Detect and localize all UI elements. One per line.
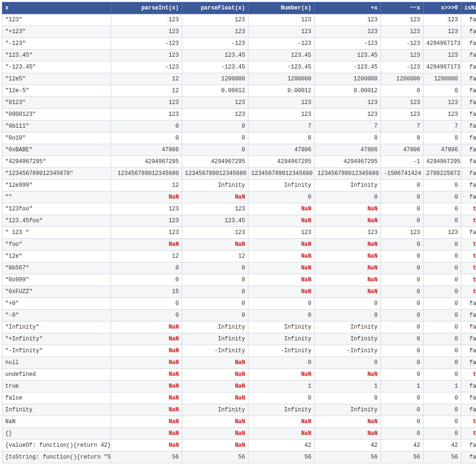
- cell-x: "+0": [2, 298, 111, 310]
- cell-x: "123": [2, 14, 111, 26]
- table-row: {toString: function(){return "56"}}56565…: [2, 452, 476, 463]
- cell-x: "-123": [2, 38, 111, 50]
- table-row: {valueOf: function(){return 42}}NaNNaN42…: [2, 440, 476, 452]
- cell-value: true: [461, 251, 476, 262]
- cell-value: false: [461, 191, 476, 203]
- cell-value: 0: [423, 357, 461, 369]
- cell-value: NaN: [315, 369, 381, 381]
- cell-value: 47806: [315, 144, 381, 156]
- table-row: " 123 "123123123123123123false: [2, 227, 476, 239]
- cell-value: false: [461, 357, 476, 369]
- cell-value: false: [461, 61, 476, 73]
- cell-x: "123foo": [2, 203, 111, 215]
- cell-value: 4294967173: [423, 38, 461, 50]
- cell-value: 0: [315, 191, 381, 203]
- table-row: ""NaNNaN0000false: [2, 191, 476, 203]
- cell-value: 1: [248, 381, 315, 392]
- cell-value: true: [461, 369, 476, 381]
- cell-value: NaN: [315, 239, 381, 251]
- cell-value: NaN: [111, 416, 182, 428]
- table-header: x parseInt(x) parseFloat(x) Number(x) +x…: [2, 2, 476, 14]
- cell-value: 0: [182, 274, 248, 286]
- cell-value: NaN: [182, 239, 248, 251]
- table-row: falseNaNNaN0000false: [2, 392, 476, 404]
- cell-x: "123.45": [2, 50, 111, 61]
- cell-value: 123: [381, 26, 423, 38]
- cell-value: NaN: [182, 392, 248, 404]
- cell-value: NaN: [315, 428, 381, 440]
- cell-value: 1: [315, 381, 381, 392]
- cell-value: 123.45: [248, 50, 315, 61]
- col-parsefloat: parseFloat(x): [182, 2, 248, 14]
- cell-value: 0: [315, 310, 381, 321]
- cell-value: 0: [423, 345, 461, 357]
- cell-value: -Infinity: [182, 345, 248, 357]
- cell-x: {toString: function(){return "56"}}: [2, 452, 111, 463]
- cell-value: 0: [423, 215, 461, 227]
- cell-value: NaN: [248, 262, 315, 274]
- table-row: InfinityNaNInfinityInfinityInfinity00fal…: [2, 404, 476, 416]
- col-number: Number(x): [248, 2, 315, 14]
- cell-x: "+Infinity": [2, 333, 111, 345]
- cell-value: 12: [111, 251, 182, 262]
- cell-value: false: [461, 26, 476, 38]
- cell-x: "0123": [2, 97, 111, 109]
- cell-value: 0.00012: [248, 85, 315, 97]
- cell-value: 0: [381, 251, 423, 262]
- cell-value: false: [461, 345, 476, 357]
- cell-value: 0: [381, 428, 423, 440]
- cell-value: -123: [111, 61, 182, 73]
- cell-value: NaN: [315, 203, 381, 215]
- cell-value: 0: [423, 274, 461, 286]
- cell-value: NaN: [111, 191, 182, 203]
- cell-value: false: [461, 168, 476, 180]
- cell-value: false: [461, 109, 476, 121]
- cell-value: Infinity: [248, 404, 315, 416]
- cell-x: "Infinity": [2, 321, 111, 333]
- cell-value: false: [461, 381, 476, 392]
- cell-value: NaN: [111, 239, 182, 251]
- cell-value: NaN: [182, 369, 248, 381]
- cell-value: 0: [423, 428, 461, 440]
- cell-value: 1200000: [248, 73, 315, 85]
- cell-value: 4294967295: [315, 156, 381, 168]
- cell-value: false: [461, 310, 476, 321]
- cell-x: " 123 ": [2, 227, 111, 239]
- cell-value: 123: [381, 109, 423, 121]
- cell-value: 123.45: [182, 215, 248, 227]
- cell-value: 123456789012345680: [182, 168, 248, 180]
- table-row: "0123"123123123123123123false: [2, 97, 476, 109]
- cell-value: 0: [423, 286, 461, 298]
- cell-value: 0: [111, 310, 182, 321]
- cell-value: 42: [423, 440, 461, 452]
- cell-value: 123: [111, 109, 182, 121]
- col-tildex: ~~x: [381, 2, 423, 14]
- cell-value: 1200000: [381, 73, 423, 85]
- cell-value: 123: [248, 227, 315, 239]
- table-row: "0o999"00NaNNaN00true: [2, 274, 476, 286]
- cell-value: Infinity: [248, 321, 315, 333]
- cell-x: NaN: [2, 416, 111, 428]
- cell-x: "+123": [2, 26, 111, 38]
- cell-value: Infinity: [182, 333, 248, 345]
- cell-value: 0: [381, 215, 423, 227]
- cell-value: 8: [248, 132, 315, 144]
- col-plusx: +x: [315, 2, 381, 14]
- cell-value: 0: [381, 85, 423, 97]
- cell-value: NaN: [315, 251, 381, 262]
- table-row: "+Infinity"NaNInfinityInfinityInfinity00…: [2, 333, 476, 345]
- cell-value: -123: [381, 38, 423, 50]
- cell-value: 0: [423, 262, 461, 274]
- cell-value: 0: [182, 144, 248, 156]
- cell-value: 0: [423, 203, 461, 215]
- cell-value: 42: [248, 440, 315, 452]
- cell-value: false: [461, 321, 476, 333]
- cell-value: true: [461, 215, 476, 227]
- cell-value: 0: [182, 121, 248, 132]
- cell-value: 123: [182, 14, 248, 26]
- cell-value: Infinity: [315, 180, 381, 191]
- cell-value: 42: [381, 440, 423, 452]
- cell-value: 4294967295: [423, 156, 461, 168]
- cell-value: NaN: [315, 274, 381, 286]
- cell-x: "12e999": [2, 180, 111, 191]
